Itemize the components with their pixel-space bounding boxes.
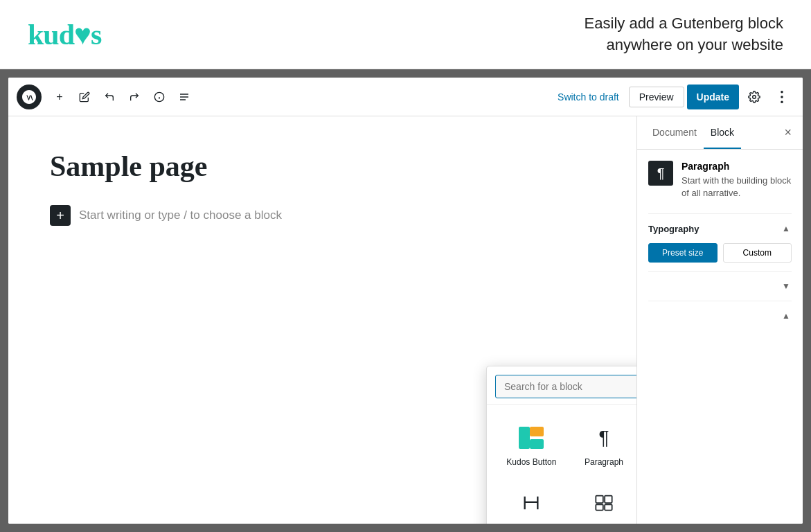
placeholder-text: Start writing or type / to choose a bloc… xyxy=(79,209,282,222)
more-options-button[interactable] xyxy=(769,85,794,109)
panel-divider-2 xyxy=(648,271,792,272)
panel-close-button[interactable]: × xyxy=(781,123,794,143)
block-description: Paragraph Start with the building block … xyxy=(681,161,792,200)
preset-size-row: Preset size Custom xyxy=(648,243,792,263)
tab-document[interactable]: Document xyxy=(645,117,704,149)
custom-size-button[interactable]: Custom xyxy=(723,243,792,263)
svg-point-6 xyxy=(753,95,756,98)
panel-divider-3 xyxy=(648,301,792,301)
section-3-expand-button[interactable]: ▲ xyxy=(781,310,792,322)
svg-rect-15 xyxy=(596,496,603,504)
tagline: Easily add a Gutenberg block anywhere on… xyxy=(585,13,783,56)
editor-body: Sample page + Start writing or type / to… xyxy=(8,116,803,524)
info-button[interactable] xyxy=(147,85,172,109)
block-item-paragraph[interactable]: ¶ Paragraph xyxy=(568,416,636,475)
kudos-button-label: Kudos Button xyxy=(506,457,556,467)
editor-wrap: + xyxy=(8,78,803,524)
toolbar-right: Switch to draft Preview Update xyxy=(551,85,794,109)
block-tagline: Start with the building block of all nar… xyxy=(681,175,792,200)
svg-rect-18 xyxy=(605,504,612,510)
gallery-label: Gallery xyxy=(591,522,617,524)
redo-button[interactable] xyxy=(122,85,147,109)
block-search-input[interactable] xyxy=(495,375,636,398)
add-block-button[interactable]: + xyxy=(47,85,72,109)
block-item-gallery[interactable]: Gallery xyxy=(568,481,636,524)
switch-draft-button[interactable]: Switch to draft xyxy=(551,87,626,107)
logo: kud♥s xyxy=(28,18,101,51)
kudos-button-icon xyxy=(517,424,545,452)
svg-rect-11 xyxy=(530,427,544,436)
top-header: kud♥s Easily add a Gutenberg block anywh… xyxy=(0,0,811,69)
list-view-button[interactable] xyxy=(172,85,197,109)
panel-tabs: Document Block × xyxy=(637,116,803,150)
paragraph-icon: ¶ xyxy=(590,424,618,452)
svg-point-7 xyxy=(781,91,783,94)
svg-point-8 xyxy=(781,96,783,98)
toolbar: + xyxy=(8,78,803,116)
panel-content: ¶ Paragraph Start with the building bloc… xyxy=(637,150,803,524)
block-item-kudos[interactable]: Kudos Button xyxy=(495,416,568,475)
wp-logo xyxy=(17,85,42,109)
heading-label: Heading xyxy=(516,522,547,524)
right-panel: Document Block × ¶ Paragraph Start with … xyxy=(636,116,803,524)
svg-point-9 xyxy=(781,100,783,103)
typography-section-header: Typography ▲ xyxy=(648,222,792,235)
search-field-wrap: ⌕ xyxy=(487,366,636,405)
preset-size-button[interactable]: Preset size xyxy=(648,243,718,263)
heading-icon xyxy=(517,489,545,517)
logo-heart: ♥ xyxy=(74,19,91,51)
block-item-heading[interactable]: Heading xyxy=(495,481,568,524)
svg-rect-12 xyxy=(530,439,544,449)
block-name: Paragraph xyxy=(681,161,792,172)
inline-add-block-button[interactable]: + xyxy=(50,205,71,226)
svg-rect-17 xyxy=(596,504,603,510)
editor-main[interactable]: Sample page + Start writing or type / to… xyxy=(8,116,636,524)
update-button[interactable]: Update xyxy=(687,85,739,109)
tab-block[interactable]: Block xyxy=(704,117,741,149)
typography-collapse-button[interactable]: ▲ xyxy=(781,222,792,235)
blocks-row-2: Heading xyxy=(495,481,636,524)
page-title: Sample page xyxy=(50,150,595,183)
panel-divider xyxy=(648,213,792,214)
paragraph-label: Paragraph xyxy=(585,457,623,467)
block-search-popup: ⌕ xyxy=(486,366,636,524)
svg-rect-10 xyxy=(519,427,530,449)
section-2-expand-button[interactable]: ▼ xyxy=(781,280,792,292)
blocks-grid: Kudos Button ¶ Paragraph xyxy=(487,405,636,524)
svg-rect-16 xyxy=(605,496,612,504)
gallery-icon xyxy=(590,489,618,517)
block-placeholder: + Start writing or type / to choose a bl… xyxy=(50,205,595,226)
typography-title: Typography xyxy=(648,224,699,234)
preview-button[interactable]: Preview xyxy=(629,87,684,107)
blocks-row-1: Kudos Button ¶ Paragraph xyxy=(495,416,636,475)
undo-button[interactable] xyxy=(97,85,122,109)
edit-button[interactable] xyxy=(72,85,97,109)
block-type-icon: ¶ xyxy=(648,161,673,186)
block-info: ¶ Paragraph Start with the building bloc… xyxy=(648,161,792,200)
settings-button[interactable] xyxy=(742,85,767,109)
editor-container: + xyxy=(0,69,811,532)
